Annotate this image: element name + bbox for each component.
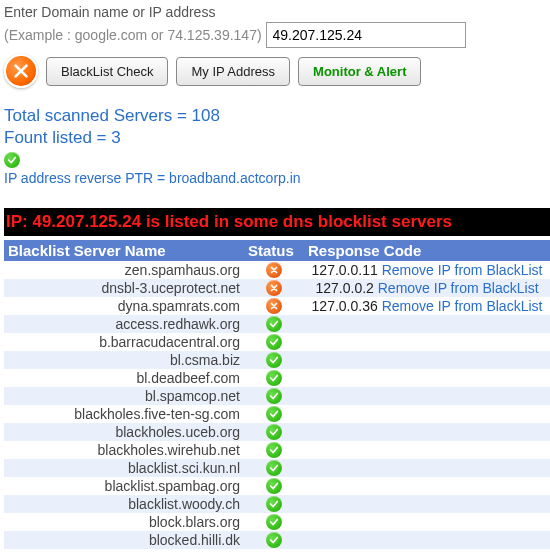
check-icon [266, 424, 282, 440]
table-row: blocked.hilli.dk [4, 531, 550, 549]
response-cell [304, 513, 550, 531]
check-icon [266, 406, 282, 422]
table-row: blackholes.five-ten-sg.com [4, 405, 550, 423]
remove-ip-link[interactable]: Remove IP from BlackList [382, 262, 543, 278]
table-row: bl.deadbeef.com [4, 369, 550, 387]
response-cell [304, 351, 550, 369]
status-cell [244, 477, 304, 495]
status-cell [244, 405, 304, 423]
response-cell [304, 315, 550, 333]
table-row: blacklist.woody.ch [4, 495, 550, 513]
response-cell [304, 441, 550, 459]
response-code: 127.0.0.2 [315, 280, 377, 296]
blacklist-check-button[interactable]: BlackList Check [46, 57, 168, 86]
my-ip-button[interactable]: My IP Address [176, 57, 290, 86]
server-name: access.redhawk.org [4, 315, 244, 333]
table-row: blackholes.uceb.org [4, 423, 550, 441]
check-icon [266, 316, 282, 332]
warning-bar: IP: 49.207.125.24 is listed in some dns … [4, 208, 550, 236]
status-cell [244, 279, 304, 297]
domain-ip-input[interactable] [266, 22, 466, 48]
server-name: blacklist.sci.kun.nl [4, 459, 244, 477]
status-cell [244, 261, 304, 279]
response-cell [304, 387, 550, 405]
response-cell: 127.0.0.36 Remove IP from BlackList [304, 297, 550, 315]
server-name: zen.spamhaus.org [4, 261, 244, 279]
status-cell [244, 315, 304, 333]
monitor-alert-button[interactable]: Monitor & Alert [298, 57, 421, 86]
server-name: blackholes.uceb.org [4, 423, 244, 441]
status-cell [244, 459, 304, 477]
table-row: zen.spamhaus.org127.0.0.11 Remove IP fro… [4, 261, 550, 279]
table-row: dyna.spamrats.com127.0.0.36 Remove IP fr… [4, 297, 550, 315]
status-cell [244, 333, 304, 351]
response-cell [304, 459, 550, 477]
server-name: bl.deadbeef.com [4, 369, 244, 387]
response-cell [304, 369, 550, 387]
response-cell [304, 495, 550, 513]
server-name: bl.spamcop.net [4, 387, 244, 405]
status-cell [244, 297, 304, 315]
check-icon [266, 334, 282, 350]
table-row: blacklist.spambag.org [4, 477, 550, 495]
remove-ip-link[interactable]: Remove IP from BlackList [382, 298, 543, 314]
table-row: block.blars.org [4, 513, 550, 531]
table-row: bl.csma.biz [4, 351, 550, 369]
server-name: blocked.hilli.dk [4, 531, 244, 549]
check-icon [266, 514, 282, 530]
server-name: dyna.spamrats.com [4, 297, 244, 315]
status-cell [244, 387, 304, 405]
check-icon [266, 532, 282, 548]
scanned-line: Total scanned Servers = 108 [4, 106, 546, 126]
table-row: blacklist.sci.kun.nl [4, 459, 550, 477]
col-resp: Response Code [304, 240, 550, 261]
status-cell [244, 495, 304, 513]
response-cell [304, 477, 550, 495]
input-example: (Example : google.com or 74.125.39.147) [4, 27, 262, 43]
server-name: blacklist.spambag.org [4, 477, 244, 495]
check-icon [266, 460, 282, 476]
response-cell [304, 531, 550, 549]
cross-icon [266, 262, 282, 278]
check-icon [266, 496, 282, 512]
results-table: Blacklist Server Name Status Response Co… [4, 240, 550, 549]
server-name: b.barracudacentral.org [4, 333, 244, 351]
check-icon [4, 152, 20, 168]
check-icon [266, 442, 282, 458]
input-label: Enter Domain name or IP address [4, 4, 546, 20]
check-icon [266, 388, 282, 404]
server-name: blackholes.five-ten-sg.com [4, 405, 244, 423]
server-name: blacklist.woody.ch [4, 495, 244, 513]
table-row: bl.spamcop.net [4, 387, 550, 405]
response-cell [304, 423, 550, 441]
cross-icon [266, 298, 282, 314]
server-name: blackholes.wirehub.net [4, 441, 244, 459]
status-cell [244, 531, 304, 549]
check-icon [266, 352, 282, 368]
table-row: dnsbl-3.uceprotect.net127.0.0.2 Remove I… [4, 279, 550, 297]
server-name: dnsbl-3.uceprotect.net [4, 279, 244, 297]
col-status: Status [244, 240, 304, 261]
status-cell [244, 369, 304, 387]
response-code: 127.0.0.36 [312, 298, 382, 314]
cross-icon [266, 280, 282, 296]
status-cell [244, 351, 304, 369]
table-row: access.redhawk.org [4, 315, 550, 333]
col-server: Blacklist Server Name [4, 240, 244, 261]
response-cell: 127.0.0.2 Remove IP from BlackList [304, 279, 550, 297]
remove-ip-link[interactable]: Remove IP from BlackList [378, 280, 539, 296]
response-cell [304, 333, 550, 351]
table-row: b.barracudacentral.org [4, 333, 550, 351]
status-cell [244, 513, 304, 531]
server-name: block.blars.org [4, 513, 244, 531]
response-cell [304, 405, 550, 423]
status-cell [244, 423, 304, 441]
server-name: bl.csma.biz [4, 351, 244, 369]
ptr-line: IP address reverse PTR = broadband.actco… [4, 170, 546, 186]
close-icon[interactable] [4, 54, 38, 88]
check-icon [266, 478, 282, 494]
response-code: 127.0.0.11 [312, 262, 382, 278]
table-row: blackholes.wirehub.net [4, 441, 550, 459]
found-line: Fount listed = 3 [4, 128, 546, 148]
ptr-ok-row [4, 152, 546, 168]
